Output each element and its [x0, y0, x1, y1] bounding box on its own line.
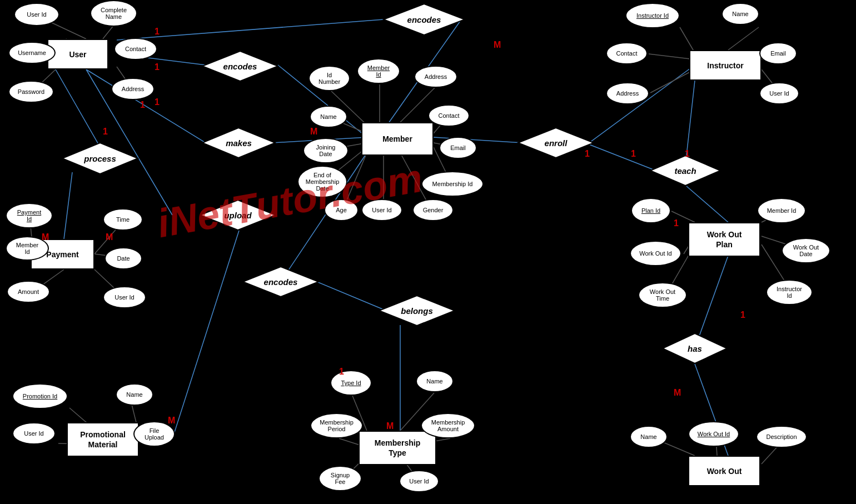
attr-instructor-id-wp: InstructorId [766, 280, 813, 305]
svg-line-52 [649, 54, 695, 59]
svg-line-49 [589, 65, 695, 143]
attr-address-user: Address [111, 78, 155, 100]
svg-line-58 [686, 81, 695, 156]
attr-workout-id-wp: Work Out Id [630, 241, 681, 266]
svg-line-68 [716, 447, 717, 456]
attr-member-id-wp: Member Id [757, 198, 806, 223]
attr-workout-id-wo: Work Out Id [688, 421, 739, 447]
entity-member: Member [361, 122, 434, 156]
attr-payment-id: PaymentId [6, 203, 53, 228]
cardinality-14: 1 [339, 367, 344, 377]
attr-password: Password [8, 81, 54, 103]
relationship-encodes-2: encodes [201, 50, 279, 82]
attr-user-id: User Id [14, 3, 59, 26]
attr-userid-promo: User Id [12, 422, 56, 445]
svg-line-54 [650, 69, 695, 93]
attr-time-pay: Time [103, 208, 143, 231]
attr-age-mem: Age [324, 199, 359, 221]
attr-member-id: MemberId [357, 58, 400, 84]
attr-userid-mem: User Id [361, 199, 402, 221]
attr-membership-amount: MembershipAmount [421, 413, 475, 438]
cardinality-9: M [168, 416, 175, 426]
attr-amount: Amount [7, 281, 50, 303]
entity-instructor: Instructor [689, 50, 762, 81]
relationship-has: has [661, 332, 728, 365]
svg-line-28 [317, 282, 384, 310]
svg-line-51 [728, 27, 759, 50]
attr-email-inst: Email [759, 42, 797, 64]
attr-gender-mem: Gender [412, 199, 454, 221]
relationship-enroll: enroll [517, 127, 595, 159]
attr-contact-inst: Contact [606, 42, 648, 64]
attr-name-mt: Name [416, 370, 454, 392]
cardinality-15: M [386, 421, 394, 431]
attr-address-mem: Address [414, 66, 457, 88]
svg-line-57 [686, 186, 728, 222]
svg-line-22 [172, 231, 239, 439]
attr-email-mem: Email [439, 137, 477, 159]
attr-userid-inst: User Id [759, 82, 799, 104]
cardinality-4: 1 [140, 100, 145, 110]
attr-membership-period: MembershipPeriod [310, 413, 363, 438]
attr-id-number: IdNumber [308, 66, 350, 91]
relationship-teach: teach [649, 154, 721, 187]
entity-promotional-material: PromotionalMaterial [67, 422, 139, 457]
cardinality-3: 1 [155, 97, 160, 107]
er-diagram: User Payment Member PromotionalMaterial … [0, 0, 856, 504]
cardinality-11: 1 [585, 149, 590, 159]
attr-membership-id: Membership Id [421, 171, 484, 197]
relationship-makes: makes [201, 127, 276, 159]
svg-line-50 [680, 27, 695, 53]
svg-line-1 [103, 25, 114, 39]
cardinality-1: 1 [155, 27, 160, 37]
cardinality-10: M [494, 40, 501, 50]
relationship-upload: upload [199, 199, 277, 231]
attr-name-inst: Name [721, 3, 759, 25]
relationship-encodes-3: encodes [242, 266, 320, 298]
attr-workout-date: Work OutDate [782, 238, 830, 263]
attr-name-wo: Name [630, 426, 668, 448]
attr-name-mem: Name [310, 106, 347, 128]
attr-instructor-id: Instructor Id [625, 3, 680, 28]
attr-description-wo: Description [756, 426, 807, 448]
attr-complete-name: CompleteName [90, 0, 137, 27]
attr-joining-date: JoiningDate [303, 138, 349, 163]
attr-plan-id: Plan Id [631, 198, 671, 223]
cardinality-13: 1 [685, 149, 690, 159]
attr-userid-pay: User Id [103, 286, 146, 308]
cardinality-2: 1 [155, 62, 160, 72]
relationship-encodes-top: encodes [382, 3, 466, 36]
cardinality-6: M [310, 127, 317, 137]
attr-signup-fee: SignupFee [318, 466, 362, 491]
entity-user: User [47, 39, 108, 69]
attr-workout-time: Work OutTime [638, 282, 687, 308]
cardinality-5: 1 [103, 127, 108, 137]
cardinality-8: M [106, 232, 113, 242]
relationship-process: process [61, 142, 139, 175]
svg-line-13 [64, 172, 72, 239]
cardinality-18: M [674, 388, 681, 398]
attr-contact-user: Contact [114, 38, 157, 60]
attr-type-id: Type Id [330, 370, 372, 396]
entity-membership-type: MembershipType [359, 431, 436, 465]
cardinality-16: 1 [674, 218, 679, 228]
attr-username: Username [8, 42, 56, 64]
entity-workout: Work Out [688, 456, 760, 486]
attr-promo-id: Promotion Id [12, 383, 68, 409]
attr-name-promo: Name [116, 383, 153, 406]
svg-line-56 [589, 144, 656, 171]
attr-end-membership: End ofMembershipDate [297, 166, 347, 198]
cardinality-7: M [42, 232, 49, 242]
attr-address-inst: Address [606, 82, 649, 104]
attr-date-pay: Date [104, 247, 142, 270]
relationship-belongs: belongs [378, 295, 456, 327]
entity-workout-plan: Work OutPlan [688, 222, 760, 257]
cardinality-17: 1 [740, 310, 745, 320]
attr-userid-mt: User Id [399, 470, 439, 492]
attr-contact-mem: Contact [428, 104, 470, 127]
cardinality-12: 1 [631, 149, 636, 159]
